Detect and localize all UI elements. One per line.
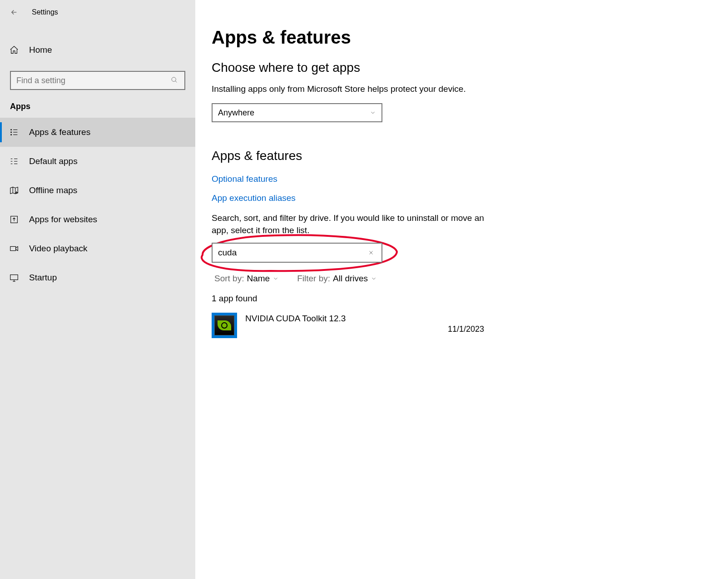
default-apps-icon — [9, 156, 19, 166]
sidebar-search-input[interactable] — [16, 76, 171, 85]
nav-offline-maps[interactable]: Offline maps — [0, 176, 195, 205]
nav-apps-websites[interactable]: Apps for websites — [0, 205, 195, 234]
page-title: Apps & features — [212, 27, 712, 48]
settings-sidebar: Settings Home Apps Apps & features Defau… — [0, 0, 195, 579]
nav-home[interactable]: Home — [0, 35, 195, 65]
apps-features-heading: Apps & features — [212, 149, 712, 163]
filter-by-label: Filter by: — [297, 274, 330, 284]
list-detail-icon — [9, 127, 19, 137]
nav-default-apps-label: Default apps — [29, 156, 78, 166]
nav-apps-features[interactable]: Apps & features — [0, 118, 195, 147]
sort-by-value: Name — [247, 274, 270, 284]
clear-search-button[interactable] — [366, 248, 376, 258]
filter-by-value: All drives — [333, 274, 368, 284]
app-search-box[interactable] — [212, 243, 382, 263]
chevron-down-icon — [272, 275, 279, 282]
nav-startup-label: Startup — [29, 273, 57, 283]
sidebar-nav-group: Apps & features Default apps Offline map… — [0, 118, 195, 292]
open-external-icon — [9, 215, 19, 225]
svg-point-2 — [11, 132, 12, 133]
nav-startup[interactable]: Startup — [0, 263, 195, 292]
main-content: Apps & features Choose where to get apps… — [195, 0, 728, 579]
chevron-down-icon — [370, 110, 376, 116]
app-execution-aliases-link[interactable]: App execution aliases — [212, 193, 712, 203]
sort-by-label: Sort by: — [214, 274, 244, 284]
choose-apps-text: Installing apps only from Microsoft Stor… — [212, 84, 502, 94]
search-icon — [171, 76, 179, 85]
source-dropdown[interactable]: Anywhere — [212, 103, 382, 122]
nav-default-apps[interactable]: Default apps — [0, 147, 195, 176]
svg-point-3 — [11, 135, 12, 135]
nav-apps-features-label: Apps & features — [29, 127, 90, 137]
optional-features-link[interactable]: Optional features — [212, 174, 712, 184]
home-icon — [9, 45, 19, 55]
sidebar-search[interactable] — [10, 71, 185, 90]
chevron-down-icon — [371, 275, 377, 282]
search-helper-text: Search, sort, and filter by drive. If yo… — [212, 212, 484, 236]
map-icon — [9, 185, 19, 195]
video-icon — [9, 244, 19, 254]
header-row: Settings — [0, 5, 195, 22]
svg-rect-5 — [10, 246, 16, 250]
app-search-wrap — [212, 243, 402, 263]
nav-video-playback-label: Video playback — [29, 244, 88, 254]
svg-point-1 — [11, 130, 12, 130]
found-text: 1 app found — [212, 294, 712, 304]
sort-filter-row: Sort by: Name Filter by: All drives — [212, 274, 712, 284]
svg-rect-6 — [10, 275, 18, 280]
sort-by-dropdown[interactable]: Sort by: Name — [214, 274, 279, 284]
close-icon — [368, 250, 374, 256]
nav-video-playback[interactable]: Video playback — [0, 234, 195, 263]
back-button[interactable] — [9, 7, 19, 17]
svg-point-0 — [172, 77, 176, 81]
app-name: NVIDIA CUDA Toolkit 12.3 — [245, 313, 440, 324]
nvidia-icon — [214, 315, 234, 335]
app-icon — [212, 313, 237, 338]
window-title: Settings — [32, 8, 58, 16]
choose-apps-heading: Choose where to get apps — [212, 60, 712, 75]
app-install-date: 11/1/2023 — [448, 313, 484, 334]
nav-home-label: Home — [29, 45, 52, 55]
app-search-input[interactable] — [218, 248, 366, 258]
source-dropdown-value: Anywhere — [218, 108, 254, 118]
nav-offline-maps-label: Offline maps — [29, 185, 77, 195]
sidebar-section-label: Apps — [0, 98, 195, 114]
startup-icon — [9, 273, 19, 283]
filter-by-dropdown[interactable]: Filter by: All drives — [297, 274, 377, 284]
nav-apps-websites-label: Apps for websites — [29, 215, 97, 225]
arrow-left-icon — [10, 8, 18, 16]
app-list-item[interactable]: NVIDIA CUDA Toolkit 12.3 11/1/2023 — [212, 313, 484, 338]
